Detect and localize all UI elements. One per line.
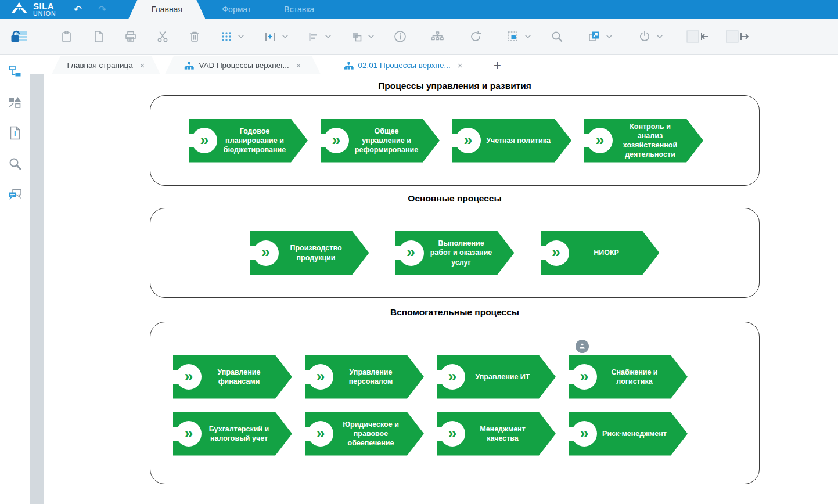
process-shape[interactable]: »Бухгалтерский и налоговый учет	[173, 412, 292, 456]
copy-format-icon	[350, 30, 363, 43]
process-label: НИОКР	[541, 231, 660, 275]
section-frame: »Управление финансами»Управление персона…	[150, 322, 760, 484]
chevron-down-icon[interactable]	[657, 35, 663, 38]
hierarchy-icon	[430, 30, 444, 43]
doc-tab-label: VAD Процессы верхнег...	[199, 61, 289, 70]
doc-tab-vad[interactable]: VAD Процессы верхнег... ×	[165, 56, 321, 74]
cut-button[interactable]	[156, 30, 169, 43]
model-tree-icon	[8, 64, 22, 78]
align-icon	[307, 30, 320, 43]
process-label: Контроль и анализ хозяйственной деятельн…	[584, 119, 703, 163]
info-button[interactable]	[393, 30, 407, 44]
comments-icon	[8, 188, 23, 201]
paste-icon	[60, 30, 73, 43]
section-support: Вспомогательные процессы »Управление фин…	[150, 307, 760, 484]
shift-right-icon	[725, 29, 750, 44]
sila-union-emblem-icon	[9, 2, 29, 17]
shift-left-button[interactable]	[686, 29, 710, 44]
process-shape[interactable]: »Управление финансами	[173, 355, 292, 399]
search-button[interactable]	[550, 30, 564, 44]
organization-badge-icon	[578, 343, 586, 350]
close-icon[interactable]: ×	[140, 60, 145, 70]
ribbon-tab-main[interactable]: Главная	[128, 0, 205, 19]
sidebar-search-button[interactable]	[8, 156, 23, 171]
chevron-down-icon[interactable]	[325, 35, 331, 38]
process-label: Юридическое и правовое обеепечение	[305, 412, 424, 456]
main-toolbar	[0, 19, 838, 55]
process-shape[interactable]: »Управление персоналом	[305, 355, 424, 399]
process-shape[interactable]: »Учетная политика	[452, 119, 571, 163]
process-shape[interactable]: »НИОКР	[541, 231, 660, 275]
shift-right-button[interactable]	[725, 29, 750, 44]
app-window: SILA UNION ↶ ↷ Главная Формат Вставка	[0, 0, 838, 504]
brand-line1: SILA	[33, 2, 56, 10]
process-shape[interactable]: »Менеджмент качества	[437, 412, 556, 456]
document-info-icon: i	[8, 126, 22, 140]
section-core: Основные процессы »Производство продукци…	[150, 193, 760, 298]
ribbon-tabs: Главная Формат Вставка	[128, 0, 330, 19]
sidebar-shapes-button[interactable]	[8, 95, 23, 110]
shapes-icon	[8, 95, 22, 109]
close-icon[interactable]: ×	[458, 60, 463, 70]
process-shape[interactable]: »Производство продукции	[250, 231, 369, 275]
process-shape[interactable]: »Управление ИТ	[437, 355, 556, 399]
doc-tab-home[interactable]: Главная страница ×	[52, 56, 160, 74]
delete-button[interactable]	[188, 30, 201, 43]
refresh-button[interactable]	[469, 30, 483, 44]
insert-node-button[interactable]	[263, 30, 288, 43]
doc-tab-label: Главная страница	[67, 61, 132, 70]
process-row: »Бухгалтерский и налоговый учет»Юридичес…	[126, 412, 735, 456]
process-shape[interactable]: »Годовое планирование и бюджетирование	[189, 119, 308, 163]
sila-union-logo: SILA UNION	[0, 0, 56, 19]
print-button[interactable]	[124, 30, 137, 43]
new-document-button[interactable]	[92, 30, 105, 43]
process-row: »Производство продукции»Выполнение работ…	[150, 231, 759, 275]
chevron-down-icon[interactable]	[606, 35, 612, 38]
process-shape[interactable]: »Риск-менеджмент	[569, 412, 688, 456]
top-bar: SILA UNION ↶ ↷ Главная Формат Вставка	[0, 0, 838, 19]
chevron-down-icon[interactable]	[238, 35, 244, 38]
doc-tab-0201[interactable]: 02.01 Процессы верхне... ×	[325, 56, 481, 74]
info-icon	[393, 30, 407, 44]
align-button[interactable]	[307, 30, 331, 43]
search-icon	[8, 157, 22, 171]
selection-mode-button[interactable]	[506, 30, 531, 44]
process-shape[interactable]: »Контроль и анализ хозяйственной деятель…	[584, 119, 703, 163]
open-in-new-window-button[interactable]	[587, 30, 612, 44]
layout-grid-button[interactable]	[220, 30, 244, 43]
process-shape[interactable]: »Выполнение работ и оказание услуг	[395, 231, 515, 275]
lock-icon	[10, 30, 28, 44]
chevron-down-icon[interactable]	[525, 35, 531, 38]
document-tab-strip: Главная страница × VAD Процессы верхнег.…	[44, 55, 838, 74]
process-shape[interactable]: »Снабжение и логистика	[569, 355, 688, 399]
close-icon[interactable]: ×	[296, 60, 301, 70]
process-label: Общее управление и реформирование	[321, 119, 440, 163]
process-label: Годовое планирование и бюджетирование	[189, 119, 308, 163]
new-tab-button[interactable]: +	[494, 59, 501, 72]
process-label: Управление персоналом	[305, 355, 424, 399]
copy-format-button[interactable]	[350, 30, 374, 43]
redo-icon[interactable]: ↷	[98, 5, 106, 15]
sidebar-document-info-button[interactable]: i	[8, 125, 23, 141]
process-label: Снабжение и логистика	[569, 355, 688, 399]
process-row: »Управление финансами»Управление персона…	[126, 355, 735, 399]
process-label: Управление финансами	[173, 355, 292, 399]
sidebar-model-tree-button[interactable]	[8, 64, 23, 79]
ribbon-tab-format[interactable]: Формат	[205, 0, 268, 19]
print-icon	[124, 30, 137, 43]
ribbon-tab-insert[interactable]: Вставка	[268, 0, 330, 19]
process-shape[interactable]: »Юридическое и правовое обеепечение	[305, 412, 424, 456]
chevron-down-icon[interactable]	[368, 35, 374, 38]
subordinate-diagram-button[interactable]	[430, 30, 444, 43]
chevron-down-icon[interactable]	[282, 35, 288, 38]
organization-badge[interactable]	[576, 340, 589, 353]
sidebar-comments-button[interactable]	[8, 187, 23, 202]
paste-button[interactable]	[60, 30, 73, 43]
section-title: Основные процессы	[150, 193, 760, 204]
open-in-new-window-icon	[587, 30, 601, 44]
undo-icon[interactable]: ↶	[74, 5, 82, 15]
power-button[interactable]	[638, 30, 663, 44]
process-shape[interactable]: »Общее управление и реформирование	[321, 119, 440, 163]
cut-icon	[156, 30, 169, 43]
lock-button[interactable]	[10, 30, 28, 44]
